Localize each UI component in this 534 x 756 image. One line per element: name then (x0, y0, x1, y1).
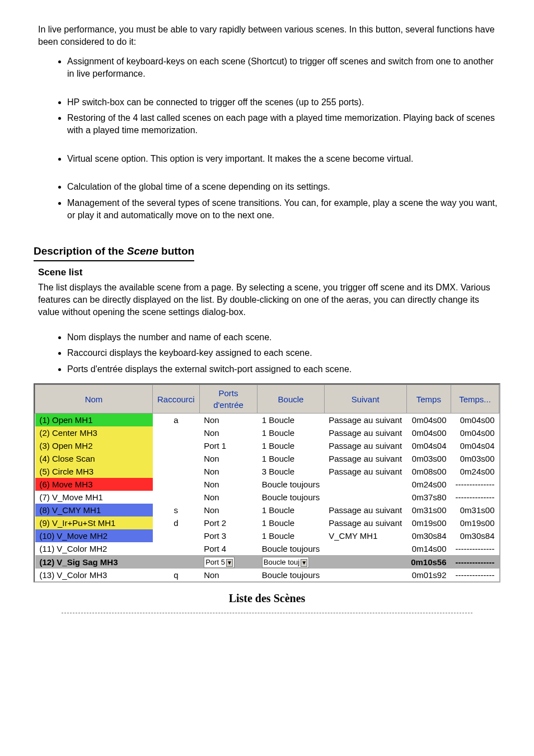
table-row[interactable]: (2) Center MH3Non1 BouclePassage au suiv… (35, 426, 499, 439)
cell-port[interactable]: Non (199, 465, 257, 478)
cell-suivant[interactable] (324, 478, 406, 491)
cell-temps[interactable]: 0m04s04 (406, 439, 451, 452)
cell-port[interactable]: Non (199, 569, 257, 581)
table-row[interactable]: (3) Open MH2Port 11 BouclePassage au sui… (35, 439, 499, 452)
cell-port[interactable]: Port 2 (199, 516, 257, 529)
cell-temps[interactable]: 0m04s00 (406, 426, 451, 439)
col-boucle[interactable]: Boucle (257, 385, 324, 414)
cell-port[interactable]: Non (199, 478, 257, 491)
table-row[interactable]: (11) V_Color MH2Port 4Boucle toujours0m1… (35, 542, 499, 555)
col-raccourci[interactable]: Raccourci (153, 385, 200, 414)
cell-port[interactable]: Non (199, 426, 257, 439)
cell-suivant[interactable]: V_CMY MH1 (324, 529, 406, 542)
cell-temps2[interactable]: 0m31s00 (451, 504, 499, 516)
cell-nom[interactable]: (12) V_Sig Sag MH3 (35, 555, 153, 569)
cell-temps2[interactable]: 0m30s84 (451, 529, 499, 542)
cell-nom[interactable]: (13) V_Color MH3 (35, 569, 153, 581)
cell-temps[interactable]: 0m10s56 (406, 555, 451, 569)
chevron-down-icon[interactable]: ▼ (226, 559, 233, 567)
chevron-down-icon[interactable]: ▼ (301, 559, 307, 567)
cell-boucle[interactable]: Boucle toujours (257, 478, 324, 491)
cell-nom[interactable]: (8) V_CMY MH1 (35, 504, 153, 516)
cell-temps[interactable]: 0m37s80 (406, 491, 451, 504)
col-nom[interactable]: Nom (35, 385, 153, 414)
cell-raccourci[interactable]: a (153, 414, 200, 427)
table-row[interactable]: (13) V_Color MH3qNonBoucle toujours0m01s… (35, 569, 499, 581)
cell-raccourci[interactable] (153, 478, 200, 491)
cell-temps[interactable]: 0m01s92 (406, 569, 451, 581)
cell-raccourci[interactable] (153, 465, 200, 478)
cell-nom[interactable]: (1) Open MH1 (35, 414, 153, 427)
cell-boucle[interactable]: 1 Boucle (257, 529, 324, 542)
cell-nom[interactable]: (3) Open MH2 (35, 439, 153, 452)
cell-temps[interactable]: 0m03s00 (406, 452, 451, 465)
cell-port[interactable]: Port 3 (199, 529, 257, 542)
cell-raccourci[interactable] (153, 452, 200, 465)
cell-temps[interactable]: 0m14s00 (406, 542, 451, 555)
table-row[interactable]: (5) Circle MH3Non3 BouclePassage au suiv… (35, 465, 499, 478)
col-suivant[interactable]: Suivant (324, 385, 406, 414)
table-row[interactable]: (6) Move MH3NonBoucle toujours0m24s00---… (35, 478, 499, 491)
cell-nom[interactable]: (4) Close Scan (35, 452, 153, 465)
cell-suivant[interactable]: Passage au suivant (324, 439, 406, 452)
cell-temps2[interactable]: 0m19s00 (451, 516, 499, 529)
cell-temps2[interactable]: -------------- (451, 542, 499, 555)
table-row[interactable]: (12) V_Sig Sag MH3Port 5▼Boucle touj▼0m1… (35, 555, 499, 569)
cell-suivant[interactable]: Passage au suivant (324, 452, 406, 465)
table-row[interactable]: (1) Open MH1aNon1 BouclePassage au suiva… (35, 414, 499, 427)
table-row[interactable]: (10) V_Move MH2Port 31 BoucleV_CMY MH10m… (35, 529, 499, 542)
cell-nom[interactable]: (6) Move MH3 (35, 478, 153, 491)
cell-temps2[interactable]: -------------- (451, 478, 499, 491)
cell-suivant[interactable]: Passage au suivant (324, 465, 406, 478)
cell-port[interactable]: Non (199, 452, 257, 465)
cell-raccourci[interactable]: q (153, 569, 200, 581)
cell-port[interactable]: Port 1 (199, 439, 257, 452)
cell-port[interactable]: Port 4 (199, 542, 257, 555)
cell-nom[interactable]: (5) Circle MH3 (35, 465, 153, 478)
boucle-dropdown[interactable]: Boucle touj▼ (262, 557, 309, 568)
cell-temps[interactable]: 0m08s00 (406, 465, 451, 478)
cell-port[interactable]: Non (199, 504, 257, 516)
table-row[interactable]: (8) V_CMY MH1sNon1 BouclePassage au suiv… (35, 504, 499, 516)
cell-boucle[interactable]: 1 Boucle (257, 504, 324, 516)
cell-boucle[interactable]: 1 Boucle (257, 452, 324, 465)
cell-boucle[interactable]: Boucle toujours (257, 542, 324, 555)
cell-raccourci[interactable] (153, 555, 200, 569)
cell-port[interactable]: Non (199, 491, 257, 504)
cell-temps2[interactable]: 0m04s00 (451, 426, 499, 439)
cell-nom[interactable]: (10) V_Move MH2 (35, 529, 153, 542)
table-row[interactable]: (4) Close ScanNon1 BouclePassage au suiv… (35, 452, 499, 465)
cell-suivant[interactable] (324, 569, 406, 581)
cell-nom[interactable]: (7) V_Move MH1 (35, 491, 153, 504)
table-row[interactable]: (9) V_Ir+Pu+St MH1dPort 21 BouclePassage… (35, 516, 499, 529)
cell-temps[interactable]: 0m24s00 (406, 478, 451, 491)
cell-boucle[interactable]: 1 Boucle (257, 414, 324, 427)
cell-port[interactable]: Non (199, 414, 257, 427)
cell-temps2[interactable]: 0m24s00 (451, 465, 499, 478)
cell-temps2[interactable]: -------------- (451, 569, 499, 581)
table-row[interactable]: (7) V_Move MH1NonBoucle toujours0m37s80-… (35, 491, 499, 504)
cell-suivant[interactable]: Passage au suivant (324, 426, 406, 439)
cell-raccourci[interactable] (153, 491, 200, 504)
cell-raccourci[interactable]: d (153, 516, 200, 529)
cell-suivant[interactable] (324, 555, 406, 569)
cell-suivant[interactable] (324, 542, 406, 555)
cell-raccourci[interactable] (153, 439, 200, 452)
port-dropdown[interactable]: Port 5▼ (204, 557, 235, 568)
scenes-table[interactable]: Nom Raccourci Ports d'entrée Boucle Suiv… (35, 384, 499, 581)
cell-port[interactable]: Port 5▼ (199, 555, 257, 569)
cell-temps2[interactable]: 0m04s00 (451, 414, 499, 427)
col-temps[interactable]: Temps (406, 385, 451, 414)
cell-temps[interactable]: 0m30s84 (406, 529, 451, 542)
cell-boucle[interactable]: 1 Boucle (257, 439, 324, 452)
cell-suivant[interactable]: Passage au suivant (324, 504, 406, 516)
cell-temps2[interactable]: -------------- (451, 491, 499, 504)
cell-nom[interactable]: (11) V_Color MH2 (35, 542, 153, 555)
cell-boucle[interactable]: 3 Boucle (257, 465, 324, 478)
cell-boucle[interactable]: Boucle toujours (257, 491, 324, 504)
cell-boucle[interactable]: 1 Boucle (257, 426, 324, 439)
cell-raccourci[interactable] (153, 542, 200, 555)
cell-boucle[interactable]: 1 Boucle (257, 516, 324, 529)
cell-raccourci[interactable] (153, 426, 200, 439)
cell-suivant[interactable]: Passage au suivant (324, 516, 406, 529)
